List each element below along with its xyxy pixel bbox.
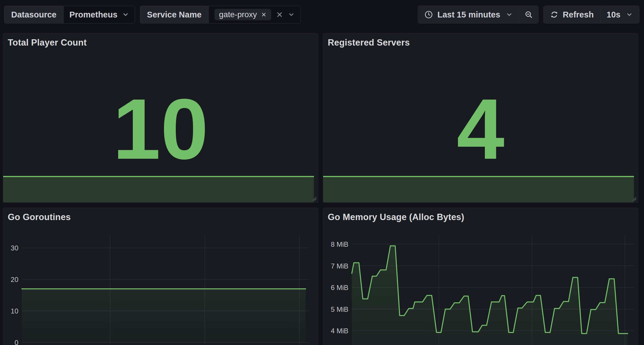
chevron-down-icon — [122, 11, 129, 18]
toolbar-spacer — [306, 6, 413, 23]
refresh-button[interactable]: Refresh — [544, 6, 600, 23]
clear-selection-icon[interactable] — [276, 11, 283, 18]
panel-registered-servers: Registered Servers 4 — [323, 33, 638, 203]
svg-text:5 MiB: 5 MiB — [331, 305, 348, 313]
service-name-label: Service Name — [140, 6, 209, 23]
panel-go-goroutines: Go Goroutines 0102030 — [3, 208, 318, 345]
chevron-down-icon — [506, 11, 513, 18]
clock-icon — [424, 10, 433, 19]
panel-title: Registered Servers — [328, 38, 410, 48]
datasource-value: Prometheus — [69, 10, 118, 19]
svg-text:20: 20 — [11, 276, 18, 283]
zoom-out-button[interactable] — [519, 6, 538, 23]
time-controls: Last 15 minutes — [418, 6, 538, 23]
svg-text:0: 0 — [15, 339, 18, 345]
panel-title: Total Player Count — [8, 38, 87, 48]
chevron-down-icon — [626, 11, 633, 18]
refresh-interval-picker[interactable]: 10s — [600, 6, 639, 23]
svg-text:30: 30 — [11, 244, 18, 252]
stat-value: 4 — [323, 86, 638, 172]
service-name-tag[interactable]: gate-proxy — [214, 9, 271, 20]
variable-datasource: Datasource Prometheus — [4, 6, 135, 23]
datasource-label: Datasource — [4, 6, 64, 23]
stat-sparkline — [323, 176, 634, 202]
variable-service-name: Service Name gate-proxy — [140, 6, 301, 23]
datasource-picker[interactable]: Prometheus — [64, 6, 135, 23]
goroutines-chart: 0102030 — [3, 208, 318, 345]
service-name-picker[interactable]: gate-proxy — [209, 6, 300, 23]
refresh-controls: Refresh 10s — [543, 6, 639, 23]
grafana-dashboard: Datasource Prometheus Service Name gate-… — [0, 0, 644, 345]
refresh-icon — [550, 10, 559, 19]
chevron-down-icon[interactable] — [288, 11, 295, 18]
memory-chart: 4 MiB5 MiB6 MiB7 MiB8 MiB — [323, 208, 638, 345]
tag-label: gate-proxy — [219, 10, 257, 19]
svg-text:7 MiB: 7 MiB — [331, 262, 348, 270]
svg-text:10: 10 — [11, 307, 18, 315]
svg-text:8 MiB: 8 MiB — [331, 240, 348, 248]
refresh-label: Refresh — [563, 10, 594, 19]
stat-value: 10 — [3, 86, 318, 172]
panel-resize-handle[interactable] — [631, 195, 637, 201]
panel-grid: Total Player Count 10 Registered Servers… — [3, 33, 638, 345]
svg-text:4 MiB: 4 MiB — [331, 327, 348, 335]
remove-tag-icon[interactable] — [261, 12, 267, 17]
panel-total-player-count: Total Player Count 10 — [3, 33, 318, 203]
refresh-interval-value: 10s — [607, 10, 620, 19]
panel-go-memory-usage: Go Memory Usage (Alloc Bytes) 4 MiB5 MiB… — [323, 208, 638, 345]
svg-text:6 MiB: 6 MiB — [331, 284, 348, 291]
panel-resize-handle[interactable] — [311, 195, 317, 201]
time-range-picker[interactable]: Last 15 minutes — [418, 6, 519, 23]
dashboard-controls: Datasource Prometheus Service Name gate-… — [4, 6, 639, 23]
zoom-out-icon — [524, 10, 533, 19]
stat-sparkline — [3, 176, 314, 202]
time-range-label: Last 15 minutes — [437, 10, 500, 19]
